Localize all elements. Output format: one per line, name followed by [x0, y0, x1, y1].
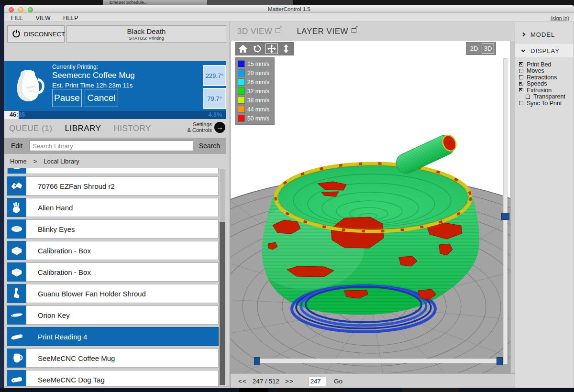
settings-controls-label: Settings & Controls	[188, 121, 212, 133]
rotate-view-button[interactable]	[250, 43, 265, 55]
display-option-retractions[interactable]: Retractions	[515, 74, 574, 81]
library-scrollbar[interactable]	[220, 169, 225, 385]
scrollbar-thumb[interactable]	[220, 222, 225, 385]
list-item[interactable]: Orion Key	[7, 305, 219, 325]
list-item[interactable]: SeeMeCNC Coffee Mug	[7, 348, 219, 368]
window-titlebar[interactable]: MatterControl 1.5	[4, 5, 574, 13]
panel-tabs: QUEUE (1) LIBRARY HISTORY Settings & Con…	[4, 119, 230, 138]
tab-layer-view[interactable]: LAYER VIEW	[297, 27, 356, 36]
layer-position-label: 247 / 512	[253, 378, 279, 385]
item-thumbnail	[7, 241, 26, 260]
layer-range-slider[interactable]	[254, 359, 502, 363]
item-label: Orion Key	[38, 311, 70, 319]
display-option-sync-to-print[interactable]: Sync To Print	[515, 100, 574, 107]
list-item[interactable]: Calibration - Box	[7, 262, 219, 282]
display-accordion[interactable]: DISPLAY	[515, 44, 574, 57]
list-item[interactable]: Guanu Blower Fan Holder Shroud	[7, 284, 219, 303]
item-label: SeeMeCNC Coffee Mug	[38, 354, 115, 362]
checkbox-unchecked-icon[interactable]	[526, 95, 530, 99]
checkbox-unchecked-icon[interactable]	[519, 75, 523, 79]
legend-swatch	[238, 69, 245, 76]
library-list: 70766 EZFan Shroud r2Alien HandBlinky Ey…	[7, 168, 219, 386]
list-item[interactable]: SeeMeCNC Dog Tag	[7, 370, 219, 386]
tab-3d-view[interactable]: 3D VIEW	[237, 27, 280, 36]
item-label: Blinky Eyes	[38, 225, 75, 233]
layer-vertical-slider[interactable]	[503, 58, 508, 364]
checkbox-checked-icon[interactable]	[519, 62, 523, 66]
display-option-label: Speeds	[527, 80, 547, 87]
settings-line1: Settings	[188, 121, 212, 127]
library-bottom-bar: + Add Create Folder	[4, 386, 230, 388]
previous-layer-button[interactable]: <<	[238, 378, 247, 385]
checkbox-unchecked-icon[interactable]	[519, 69, 523, 73]
chevron-right-icon	[521, 33, 525, 36]
list-item[interactable]: 70766 EZFan Shroud r2	[7, 176, 219, 196]
settings-controls-button[interactable]: Settings & Controls →	[188, 121, 225, 133]
checkbox-unchecked-icon[interactable]	[519, 101, 523, 105]
window-content: DISCONNECT Black Death STATUS: Printing …	[4, 22, 574, 388]
breadcrumb-separator: >	[33, 158, 37, 165]
layer-number-input[interactable]	[308, 377, 326, 386]
menu-help[interactable]: HELP	[63, 14, 78, 22]
item-label: SeeMeCNC Dog Tag	[38, 376, 105, 384]
display-option-moves[interactable]: Moves	[515, 68, 574, 75]
elapsed-time: 46:25	[10, 111, 25, 118]
range-slider-right-handle[interactable]	[497, 357, 503, 365]
menu-file[interactable]: FILE	[11, 14, 23, 22]
printer-status-box[interactable]: Black Death STATUS: Printing	[66, 25, 226, 43]
list-item[interactable]: Calibration - Box	[7, 241, 219, 260]
list-item-partial[interactable]	[7, 168, 219, 174]
list-item[interactable]: Blinky Eyes	[7, 219, 219, 239]
vertical-pan-button[interactable]	[279, 43, 293, 55]
item-label: Calibration - Box	[38, 247, 91, 255]
background-browser-tab-2	[207, 0, 293, 5]
checkbox-checked-icon[interactable]	[519, 88, 523, 92]
go-button[interactable]: Go	[334, 378, 342, 385]
library-search-bar: Edit Search	[4, 138, 226, 154]
home-view-button[interactable]	[236, 43, 250, 55]
display-option-label: Retractions	[527, 74, 557, 81]
extruder-temperature[interactable]: 229.7°	[203, 65, 226, 86]
dock-block	[239, 388, 268, 392]
2d-view-button[interactable]: 2D	[468, 44, 480, 54]
list-item[interactable]: Alien Hand	[7, 198, 219, 217]
model-accordion[interactable]: MODEL	[515, 28, 574, 41]
item-label: Guanu Blower Fan Holder Shroud	[38, 290, 146, 298]
tab-queue[interactable]: QUEUE (1)	[9, 124, 52, 133]
cancel-button[interactable]: Cancel	[85, 89, 118, 107]
item-thumbnail	[7, 284, 26, 303]
display-option-label: Moves	[527, 67, 544, 74]
move-view-button[interactable]	[265, 43, 279, 55]
pause-button[interactable]: Pause	[52, 89, 82, 107]
popout-icon[interactable]	[352, 28, 356, 33]
search-input[interactable]	[29, 141, 193, 151]
display-option-transparent[interactable]: Transparent	[515, 94, 574, 100]
legend-label: 20 mm/s	[247, 70, 269, 76]
viewport-sidebar-gutter	[510, 41, 515, 373]
popout-icon[interactable]	[276, 28, 280, 33]
display-option-print-bed[interactable]: Print Bed	[515, 61, 574, 68]
disconnect-button[interactable]: DISCONNECT	[7, 25, 65, 43]
breadcrumb-home[interactable]: Home	[10, 158, 27, 165]
display-option-extrusion[interactable]: Extrusion	[515, 87, 574, 94]
print-job-thumbnail: SeeMe CNC	[13, 66, 48, 106]
sign-in-link[interactable]: (sign in)	[551, 14, 569, 22]
next-layer-button[interactable]: >>	[285, 378, 294, 385]
current-print-banner: SeeMe CNC Currently Printing: Seemecnc C…	[4, 61, 226, 111]
3d-view-button[interactable]: 3D	[482, 44, 494, 54]
tab-history[interactable]: HISTORY	[113, 124, 151, 133]
search-button[interactable]: Search	[199, 142, 220, 150]
layer-slider-handle[interactable]	[501, 213, 509, 220]
legend-row: 20 mm/s	[238, 68, 272, 77]
bed-temperature[interactable]: 79.7°	[203, 88, 226, 109]
tab-library[interactable]: LIBRARY	[65, 124, 101, 133]
display-option-label: Transparent	[533, 93, 565, 100]
menu-view[interactable]: VIEW	[36, 14, 51, 22]
range-slider-left-handle[interactable]	[254, 357, 260, 365]
arrow-right-icon: →	[214, 122, 225, 133]
display-option-speeds[interactable]: Speeds	[515, 81, 574, 87]
layer-view-viewport[interactable]: 2D 3D 15 mm/s20 mm/s26 mm/s32 mm/s38 mm/…	[230, 41, 510, 373]
edit-button[interactable]: Edit	[11, 142, 22, 150]
list-item[interactable]: Print Reading 4	[7, 327, 219, 346]
legend-label: 50 mm/s	[247, 115, 269, 122]
